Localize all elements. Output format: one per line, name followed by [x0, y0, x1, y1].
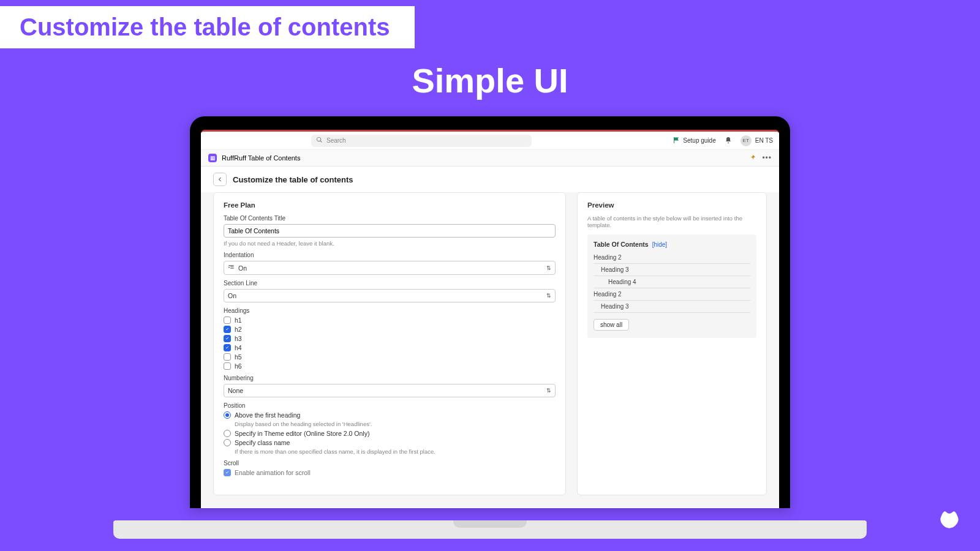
heading-checkbox-row[interactable]: h6 [224, 362, 556, 370]
settings-card: Free Plan Table Of Contents Title If you… [213, 192, 566, 495]
toc-title-help: If you do not need a Header, leave it bl… [224, 240, 556, 247]
preview-title: Preview [587, 201, 756, 209]
chevron-updown-icon: ⇅ [546, 265, 551, 271]
heading-checkbox-row[interactable]: h5 [224, 353, 556, 361]
content-area: Free Plan Table Of Contents Title If you… [201, 192, 779, 508]
checkbox-icon [224, 317, 231, 324]
topbar: Search Setup guide ET EN TS [201, 132, 779, 150]
heading-label: h6 [235, 362, 242, 370]
indentation-value: On [238, 264, 247, 272]
preview-toc-item[interactable]: Heading 4 [594, 276, 750, 288]
position-radio-row[interactable]: Specify in Theme editor (Online Store 2.… [224, 430, 556, 437]
page-title: Customize the table of contents [233, 175, 353, 184]
indent-icon [228, 264, 235, 272]
headings-label: Headings [224, 307, 556, 314]
search-input[interactable]: Search [311, 135, 532, 147]
preview-box: Table Of Contents [hide] Heading 2Headin… [587, 234, 756, 338]
heading-label: h3 [235, 335, 242, 342]
heading-label: h2 [235, 326, 242, 333]
back-button[interactable] [213, 173, 227, 186]
position-label: Specify class name [235, 439, 290, 446]
preview-toc-item[interactable]: Heading 3 [594, 301, 750, 313]
preview-card: Preview A table of contents in the style… [577, 192, 767, 495]
radio-icon [224, 430, 231, 437]
search-placeholder: Search [326, 137, 346, 144]
setup-guide-link[interactable]: Setup guide [673, 137, 715, 145]
checkbox-icon [224, 353, 231, 361]
position-label: Specify in Theme editor (Online Store 2.… [235, 430, 369, 437]
checkbox-icon [224, 344, 231, 351]
checkbox-icon [224, 326, 231, 333]
flag-icon [673, 137, 680, 145]
numbering-label: Numbering [224, 375, 556, 381]
appbar: ▦ RuffRuff Table of Contents ••• [201, 150, 779, 167]
checkbox-icon [224, 362, 231, 370]
app-icon: ▦ [208, 154, 217, 162]
preview-toc-items: Heading 2Heading 3Heading 4Heading 2Head… [594, 252, 750, 313]
laptop-base [113, 520, 867, 539]
position-label: Above the first heading [235, 411, 300, 419]
position-help: If there is more than one specified clas… [235, 448, 556, 455]
section-line-label: Section Line [224, 280, 556, 287]
heading-checkbox-row[interactable]: h2 [224, 326, 556, 333]
checkbox-icon [224, 469, 231, 476]
scroll-label: Scroll [224, 460, 556, 467]
heading-checkbox-row[interactable]: h4 [224, 344, 556, 351]
preview-toc-item[interactable]: Heading 2 [594, 252, 750, 264]
laptop-notch [453, 520, 527, 528]
setup-guide-label: Setup guide [683, 137, 715, 144]
preview-toc-item[interactable]: Heading 2 [594, 288, 750, 301]
position-radio-row[interactable]: Above the first heading [224, 411, 556, 419]
position-label: Position [224, 402, 556, 409]
section-line-value: On [228, 292, 236, 299]
app-screen: Search Setup guide ET EN TS ▦ RuffRuff T… [201, 130, 779, 508]
laptop-mockup: Search Setup guide ET EN TS ▦ RuffRuff T… [190, 116, 790, 508]
more-icon[interactable]: ••• [762, 154, 772, 162]
numbering-select[interactable]: None ⇅ [224, 384, 556, 397]
avatar-initials: ET [743, 138, 749, 143]
heading-checkbox-row[interactable]: h3 [224, 335, 556, 342]
preview-toc-hide[interactable]: [hide] [652, 241, 667, 248]
arrow-left-icon [217, 176, 223, 182]
chevron-updown-icon: ⇅ [546, 388, 551, 394]
heading-checkbox-row[interactable]: h1 [224, 317, 556, 324]
avatar[interactable]: ET [741, 135, 752, 146]
toc-title-input[interactable] [224, 224, 556, 238]
laptop-bezel: Search Setup guide ET EN TS ▦ RuffRuff T… [190, 116, 790, 508]
radio-icon [224, 411, 231, 419]
pin-icon[interactable] [749, 154, 756, 162]
plan-title: Free Plan [224, 201, 556, 209]
preview-desc: A table of contents in the style below w… [587, 215, 756, 228]
preview-toc-item[interactable]: Heading 3 [594, 264, 750, 276]
banner-text: Customize the table of contents [20, 13, 390, 41]
scroll-checkbox-row[interactable]: Enable animation for scroll [224, 469, 556, 476]
brand-logo-icon [936, 506, 963, 535]
heading-label: h1 [235, 317, 242, 324]
scroll-option-label: Enable animation for scroll [235, 469, 311, 476]
heading-label: h4 [235, 344, 242, 351]
search-icon [316, 137, 326, 144]
headings-list: h1h2h3h4h5h6 [224, 317, 556, 370]
checkbox-icon [224, 335, 231, 342]
hero-title: Simple UI [0, 61, 980, 100]
toc-title-label: Table Of Contents Title [224, 215, 556, 222]
numbering-value: None [228, 387, 243, 394]
show-all-button[interactable]: show all [594, 319, 629, 331]
app-name: RuffRuff Table of Contents [222, 154, 300, 162]
chevron-updown-icon: ⇅ [546, 293, 551, 299]
position-radio-row[interactable]: Specify class name [224, 439, 556, 446]
preview-toc-title: Table Of Contents [594, 241, 649, 248]
user-label: EN TS [755, 137, 773, 144]
position-list: Above the first headingDisplay based on … [224, 411, 556, 455]
page-header: Customize the table of contents [201, 167, 779, 192]
heading-label: h5 [235, 353, 242, 361]
indentation-select[interactable]: On ⇅ [224, 261, 556, 275]
indentation-label: Indentation [224, 252, 556, 258]
banner: Customize the table of contents [0, 6, 415, 48]
position-help: Display based on the heading selected in… [235, 421, 556, 427]
radio-icon [224, 439, 231, 446]
section-line-select[interactable]: On ⇅ [224, 289, 556, 302]
notifications-icon[interactable] [725, 137, 732, 145]
